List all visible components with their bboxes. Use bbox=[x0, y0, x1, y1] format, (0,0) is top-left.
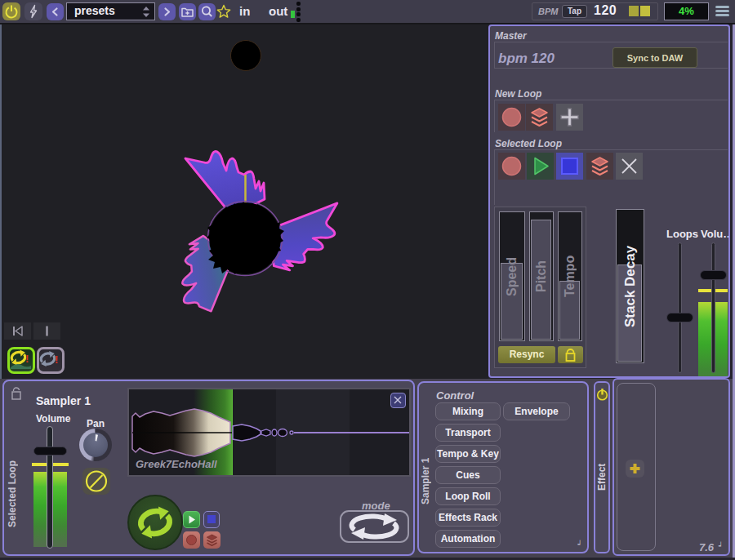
svg-text:!: ! bbox=[25, 353, 29, 365]
svg-text:!: ! bbox=[55, 353, 58, 366]
